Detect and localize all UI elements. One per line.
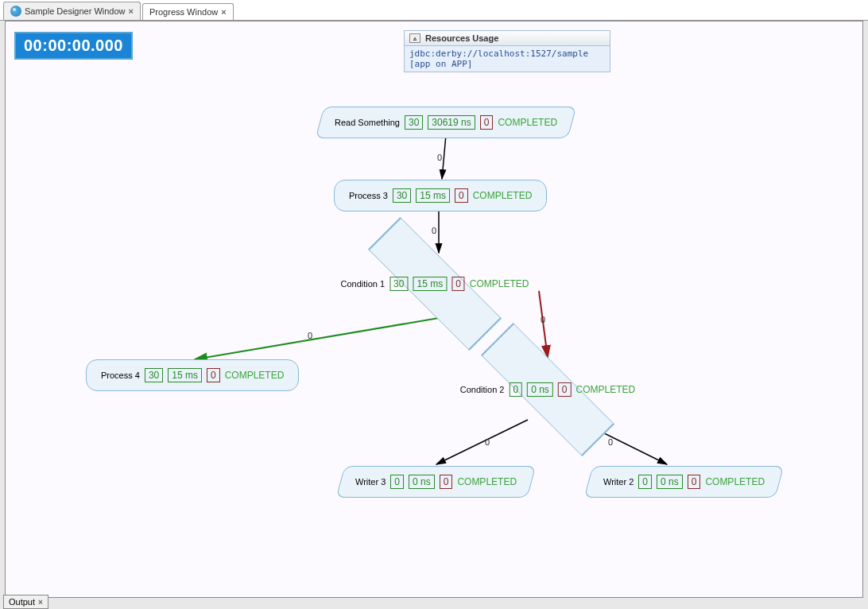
edge-label: 0	[485, 437, 490, 447]
timer-display: 00:00:00.000	[14, 32, 133, 60]
tab-label: Sample Designer Window	[25, 6, 126, 16]
tab-designer[interactable]: Sample Designer Window ×	[3, 2, 141, 20]
edge-label: 0	[541, 315, 545, 324]
tab-label: Output	[9, 597, 35, 607]
edge-label: 0	[437, 153, 442, 162]
time-badge: 15 ms	[168, 368, 202, 382]
resources-panel: ▵ Resources Usage jdbc:derby://localhost…	[404, 30, 610, 72]
tab-progress[interactable]: Progress Window ×	[142, 3, 234, 20]
node-label: Read Something	[335, 118, 400, 127]
count-badge: 30	[393, 188, 411, 203]
time-badge: 30619 ns	[428, 115, 475, 130]
node-label: Writer 2	[603, 477, 634, 487]
time-badge: 0 ns	[657, 475, 683, 489]
node-condition-2[interactable]: Condition 2 0 0 ns 0 COMPLETED	[460, 382, 635, 397]
status-label: COMPLETED	[705, 476, 765, 487]
close-icon[interactable]: ×	[221, 7, 226, 17]
error-badge: 0	[207, 368, 220, 382]
count-badge: 30	[145, 368, 163, 382]
status-label: COMPLETED	[457, 476, 517, 487]
time-badge: 15 ms	[416, 188, 450, 203]
node-read[interactable]: Read Something 30 30619 ns 0 COMPLETED	[316, 107, 577, 138]
count-badge: 0	[509, 382, 522, 397]
count-badge: 0	[390, 475, 404, 489]
error-badge: 0	[455, 188, 468, 203]
status-label: COMPLETED	[576, 384, 636, 395]
time-badge: 15 ms	[413, 277, 447, 291]
node-label: Condition 2	[460, 385, 505, 394]
gear-icon	[10, 6, 21, 17]
node-label: Process 3	[349, 191, 388, 200]
close-icon[interactable]: ×	[38, 598, 43, 607]
tabs-bar: Sample Designer Window × Progress Window…	[0, 0, 868, 21]
close-icon[interactable]: ×	[129, 6, 134, 16]
error-badge: 0	[688, 475, 701, 489]
count-badge: 0	[638, 475, 652, 489]
edge-label: 0	[308, 331, 312, 340]
resource-item[interactable]: jdbc:derby://localhost:1527/sample [app …	[404, 46, 610, 72]
tab-label: Progress Window	[149, 7, 218, 17]
status-label: COMPLETED	[473, 190, 533, 201]
time-badge: 0 ns	[409, 475, 435, 489]
error-badge: 0	[440, 475, 453, 489]
node-writer-3[interactable]: Writer 3 0 0 ns 0 COMPLETED	[336, 466, 537, 498]
node-label: Process 4	[101, 370, 140, 380]
status-label: COMPLETED	[225, 370, 285, 381]
node-condition-1[interactable]: Condition 1 30 15 ms 0 COMPLETED	[340, 277, 529, 291]
node-label: Writer 3	[355, 477, 386, 487]
time-badge: 0 ns	[527, 382, 553, 397]
count-badge: 30	[405, 115, 423, 130]
error-badge: 0	[558, 382, 572, 397]
bottom-tabs: Output ×	[3, 595, 48, 609]
edge-label: 0	[432, 226, 436, 235]
collapse-icon[interactable]: ▵	[409, 33, 420, 43]
count-badge: 30	[389, 277, 408, 291]
error-badge: 0	[480, 115, 494, 130]
error-badge: 0	[451, 277, 465, 291]
node-label: Condition 1	[340, 279, 385, 289]
resources-header[interactable]: ▵ Resources Usage	[404, 30, 610, 46]
edge-label: 0	[608, 437, 613, 447]
resources-title: Resources Usage	[425, 33, 498, 43]
status-label: COMPLETED	[498, 117, 557, 128]
node-process-3[interactable]: Process 3 30 15 ms 0 COMPLETED	[334, 180, 547, 211]
node-process-4[interactable]: Process 4 30 15 ms 0 COMPLETED	[86, 359, 299, 391]
node-writer-2[interactable]: Writer 2 0 0 ns 0 COMPLETED	[584, 466, 785, 498]
tab-output[interactable]: Output ×	[3, 595, 48, 609]
status-label: COMPLETED	[470, 278, 529, 289]
